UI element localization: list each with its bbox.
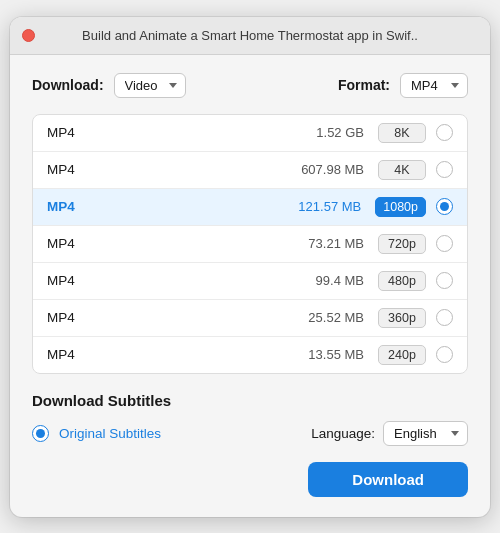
content-area: Download: Video Audio Format: MP4 MKV MO… (10, 55, 490, 517)
window-title: Build and Animate a Smart Home Thermosta… (35, 28, 465, 43)
language-control: Language: English Spanish French German (311, 421, 468, 446)
radio-button[interactable] (436, 309, 453, 326)
subtitle-option-label: Original Subtitles (59, 426, 161, 441)
resolution-badge: 480p (378, 271, 426, 291)
table-row[interactable]: MP4 73.21 MB 720p (33, 226, 467, 263)
format-cell: MP4 (47, 162, 97, 177)
size-cell: 73.21 MB (97, 236, 364, 251)
language-label: Language: (311, 426, 375, 441)
format-cell: MP4 (47, 310, 97, 325)
resolution-badge-active: 1080p (375, 197, 426, 217)
main-window: Build and Animate a Smart Home Thermosta… (10, 17, 490, 517)
download-control: Download: Video Audio (32, 73, 186, 98)
controls-row: Download: Video Audio Format: MP4 MKV MO… (32, 73, 468, 98)
size-cell: 1.52 GB (97, 125, 364, 140)
download-label: Download: (32, 77, 104, 93)
subtitle-option[interactable]: Original Subtitles (32, 425, 161, 442)
format-cell: MP4 (47, 347, 97, 362)
language-select[interactable]: English Spanish French German (383, 421, 468, 446)
size-cell: 13.55 MB (97, 347, 364, 362)
table-row-selected[interactable]: MP4 121.57 MB 1080p (33, 189, 467, 226)
resolution-badge: 4K (378, 160, 426, 180)
format-cell: MP4 (47, 199, 97, 214)
resolution-badge: 360p (378, 308, 426, 328)
resolution-table: MP4 1.52 GB 8K MP4 607.98 MB 4K MP4 121.… (32, 114, 468, 374)
size-cell: 25.52 MB (97, 310, 364, 325)
radio-button[interactable] (436, 272, 453, 289)
radio-button[interactable] (436, 235, 453, 252)
subtitle-section-title: Download Subtitles (32, 392, 468, 409)
table-row[interactable]: MP4 25.52 MB 360p (33, 300, 467, 337)
radio-button[interactable] (436, 346, 453, 363)
resolution-badge: 8K (378, 123, 426, 143)
format-cell: MP4 (47, 125, 97, 140)
size-cell: 121.57 MB (97, 199, 361, 214)
download-button[interactable]: Download (308, 462, 468, 497)
titlebar: Build and Animate a Smart Home Thermosta… (10, 17, 490, 55)
table-row[interactable]: MP4 99.4 MB 480p (33, 263, 467, 300)
close-button[interactable] (22, 29, 35, 42)
format-select[interactable]: MP4 MKV MOV (400, 73, 468, 98)
subtitle-section: Download Subtitles Original Subtitles La… (32, 392, 468, 446)
table-row[interactable]: MP4 1.52 GB 8K (33, 115, 467, 152)
subtitle-radio-button[interactable] (32, 425, 49, 442)
format-cell: MP4 (47, 236, 97, 251)
table-row[interactable]: MP4 13.55 MB 240p (33, 337, 467, 373)
format-label: Format: (338, 77, 390, 93)
radio-button[interactable] (436, 161, 453, 178)
size-cell: 607.98 MB (97, 162, 364, 177)
format-control: Format: MP4 MKV MOV (338, 73, 468, 98)
size-cell: 99.4 MB (97, 273, 364, 288)
table-row[interactable]: MP4 607.98 MB 4K (33, 152, 467, 189)
resolution-badge: 240p (378, 345, 426, 365)
radio-button-checked[interactable] (436, 198, 453, 215)
subtitle-row: Original Subtitles Language: English Spa… (32, 421, 468, 446)
download-type-select[interactable]: Video Audio (114, 73, 186, 98)
format-cell: MP4 (47, 273, 97, 288)
radio-button[interactable] (436, 124, 453, 141)
resolution-badge: 720p (378, 234, 426, 254)
download-row: Download (32, 462, 468, 497)
